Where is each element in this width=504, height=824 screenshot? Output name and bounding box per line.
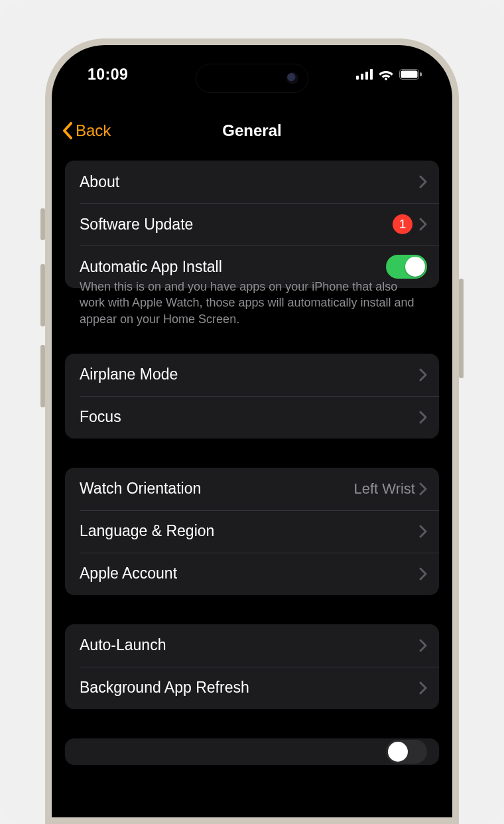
status-bar: 10:09 (56, 49, 448, 100)
chevron-right-icon (419, 218, 427, 231)
row-apple-account[interactable]: Apple Account (65, 553, 439, 595)
chevron-right-icon (419, 482, 427, 496)
row-automatic-app-install[interactable]: Automatic App Install (65, 245, 439, 288)
toggle-off[interactable] (386, 740, 427, 764)
back-button[interactable]: Back (62, 115, 111, 146)
row-label: Language & Region (80, 522, 419, 540)
settings-group-general: About Software Update 1 Automatic App In… (65, 161, 439, 288)
row-language-region[interactable]: Language & Region (65, 510, 439, 553)
chevron-right-icon (419, 639, 427, 652)
content-scroll[interactable]: About Software Update 1 Automatic App In… (56, 161, 448, 813)
battery-icon (399, 69, 422, 80)
status-time: 10:09 (88, 66, 128, 84)
row-about[interactable]: About (65, 161, 439, 203)
chevron-right-icon (419, 567, 427, 581)
svg-rect-0 (356, 76, 359, 80)
row-software-update[interactable]: Software Update 1 (65, 203, 439, 245)
svg-rect-2 (365, 72, 368, 80)
row-focus[interactable]: Focus (65, 396, 439, 439)
toggle-knob (405, 257, 425, 277)
chevron-right-icon (419, 368, 427, 381)
settings-group-device: Watch Orientation Left Wrist Language & … (65, 468, 439, 595)
nav-bar: Back General (56, 115, 448, 146)
wifi-icon (378, 69, 394, 80)
svg-rect-6 (401, 71, 418, 78)
row-label: Automatic App Install (80, 258, 386, 276)
row-airplane-mode[interactable]: Airplane Mode (65, 354, 439, 396)
row-auto-launch[interactable]: Auto-Launch (65, 624, 439, 667)
settings-group-peek (65, 738, 439, 765)
row-label: Airplane Mode (80, 366, 419, 383)
chevron-right-icon (419, 525, 427, 538)
chevron-right-icon (419, 681, 427, 695)
row-watch-orientation[interactable]: Watch Orientation Left Wrist (65, 468, 439, 510)
screen: 10:09 (56, 49, 448, 813)
svg-rect-3 (370, 69, 373, 80)
settings-group-modes: Airplane Mode Focus (65, 354, 439, 439)
toggle-knob (388, 742, 408, 762)
auto-install-toggle[interactable] (386, 255, 427, 279)
phone-frame: 10:09 (45, 38, 459, 824)
row-value: Left Wrist (353, 480, 415, 498)
row-label: Focus (80, 408, 419, 426)
page-title: General (222, 121, 281, 140)
svg-rect-7 (420, 72, 422, 76)
row-label: Watch Orientation (80, 480, 353, 498)
chevron-right-icon (419, 411, 427, 424)
cellular-icon (356, 69, 373, 80)
row-label: Auto-Launch (80, 636, 419, 654)
back-label: Back (76, 121, 111, 140)
chevron-right-icon (419, 175, 427, 188)
row-label: Apple Account (80, 565, 419, 583)
phone-side-button-vol-down (40, 345, 45, 407)
row-label: About (80, 173, 419, 191)
svg-point-4 (385, 78, 387, 80)
row-background-app-refresh[interactable]: Background App Refresh (65, 667, 439, 709)
settings-group-apps: Auto-Launch Background App Refresh (65, 624, 439, 709)
row-label: Software Update (80, 216, 393, 234)
svg-rect-1 (361, 74, 363, 80)
chevron-left-icon (62, 122, 73, 139)
phone-side-button-silence (40, 208, 45, 240)
phone-side-button-power (459, 279, 464, 378)
phone-side-button-vol-up (40, 264, 45, 326)
update-badge: 1 (393, 214, 412, 234)
row-label: Background App Refresh (80, 679, 419, 697)
